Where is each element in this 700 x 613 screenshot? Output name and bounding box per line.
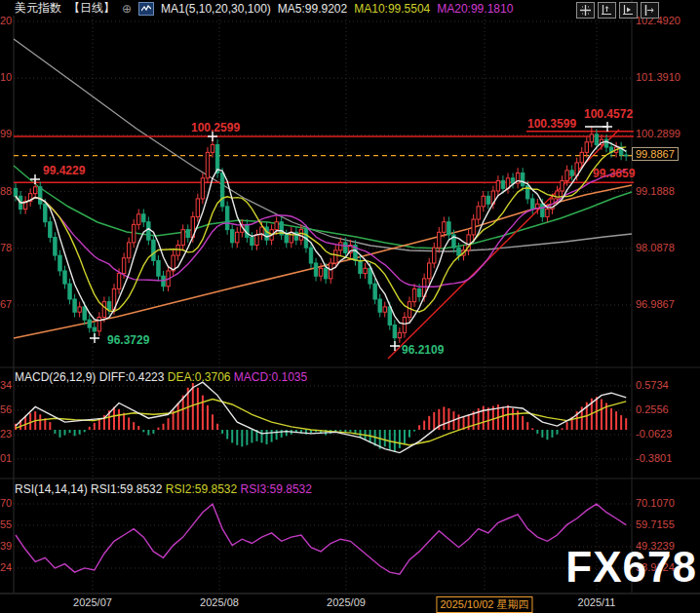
candle-body <box>417 288 420 296</box>
chart-canvas[interactable] <box>0 0 700 613</box>
crosshair-tool-icon[interactable] <box>576 2 595 19</box>
price-axis-left-stub: 88 <box>0 185 12 197</box>
candle-body <box>585 142 588 153</box>
candle-body <box>196 199 199 216</box>
candle-body <box>447 222 450 235</box>
rsi1-value: RSI1:59.8532 <box>91 482 162 496</box>
date-axis-label: 2025/07 <box>73 596 112 608</box>
rsi-axis-left-stub: 39 <box>0 540 12 552</box>
candle-body <box>359 260 362 273</box>
rsi-axis-left-stub: 70 <box>0 497 12 509</box>
price-axis-label: 96.9867 <box>636 298 675 310</box>
macd-dea-value: DEA:0.3706 <box>168 370 231 384</box>
rsi-axis-label: 59.7155 <box>636 518 675 530</box>
candle-body <box>83 307 86 320</box>
date-axis-label: 2025/11 <box>578 596 616 608</box>
axis-zoom-icon[interactable] <box>598 2 616 19</box>
candle-body <box>68 284 71 299</box>
candle-body <box>383 307 386 312</box>
rsi2-value: RSI2:59.8532 <box>166 482 237 496</box>
candle-body <box>39 187 42 204</box>
candle-body <box>102 302 105 318</box>
candle-body <box>570 171 573 175</box>
candle-body <box>595 134 598 145</box>
price-axis-label: 101.3910 <box>636 71 681 83</box>
candle-body <box>93 327 96 331</box>
price-axis-left-stub: 99 <box>0 128 12 139</box>
candle-body <box>334 250 337 263</box>
candle-body <box>251 238 253 246</box>
price-axis-label: 98.0878 <box>636 242 675 253</box>
candle-body <box>521 173 524 186</box>
candle-body <box>133 224 136 242</box>
candle-body <box>590 134 593 142</box>
trading-app: 美元指数 【日线】 ⊕ MA1(5,10,20,30,100) MA5:99.9… <box>0 0 700 613</box>
candle-body <box>142 214 145 222</box>
candle-body <box>54 238 57 255</box>
price-axis-label: 99.1888 <box>636 185 675 197</box>
candle-body <box>319 268 322 276</box>
candle-body <box>14 188 17 196</box>
price-extreme-label: 96.2109 <box>402 343 444 357</box>
candle-body <box>34 187 37 194</box>
ma10-value: MA10:99.5504 <box>354 2 430 16</box>
candle-body <box>477 207 480 219</box>
candle-body <box>565 171 568 181</box>
candle-body <box>403 318 406 333</box>
macd-axis-label: -0.3801 <box>636 452 672 464</box>
ma10-line <box>16 147 626 312</box>
candle-body <box>275 222 278 230</box>
price-axis-label: 100.2899 <box>636 128 681 139</box>
candle-body <box>625 155 628 156</box>
collapse-panel-icon[interactable] <box>641 2 659 19</box>
candle-body <box>496 180 499 191</box>
candle-body <box>73 299 76 312</box>
price-axis-left-stub: 10 <box>0 71 12 83</box>
ma100-line <box>14 39 632 251</box>
price-axis-left-stub: 78 <box>0 242 12 253</box>
candle-body <box>236 232 239 243</box>
price-extreme-label: 100.2599 <box>191 121 240 134</box>
candle-body <box>531 199 534 210</box>
macd-axis-label: 0.5734 <box>636 379 669 391</box>
date-axis-label: 2025/10/02 星期四 <box>436 596 532 613</box>
current-price-box: 99.8867 <box>632 147 679 161</box>
candle-body <box>44 204 47 221</box>
extreme-cross-marker <box>90 333 99 343</box>
candle-body <box>107 302 110 310</box>
rsi-line <box>16 504 626 574</box>
candle-body <box>428 263 431 279</box>
macd-axis-left-stub: 34 <box>0 379 12 391</box>
date-axis-label: 2025/09 <box>327 596 366 608</box>
candle-body <box>324 268 327 279</box>
macd-axis-left-stub: 23 <box>0 428 12 440</box>
chart-toolbar <box>576 2 659 19</box>
price-extreme-label: 100.3599 <box>527 117 576 131</box>
macd-diff-value: DIFF:0.4223 <box>99 370 165 384</box>
add-indicator-icon[interactable]: ⊕ <box>122 2 132 16</box>
candle-body <box>364 268 367 273</box>
candle-body <box>339 243 342 250</box>
candle-body <box>225 207 228 230</box>
price-axis-left-stub: 20 <box>0 15 12 26</box>
candle-body <box>181 230 184 246</box>
candle-body <box>561 180 564 191</box>
candle-body <box>88 320 91 327</box>
candle-body <box>472 219 475 235</box>
candle-body <box>157 260 160 276</box>
candle-body <box>393 325 396 337</box>
candle-body <box>58 255 61 271</box>
candle-body <box>97 318 100 331</box>
candle-body <box>206 152 209 177</box>
macd-dea-line <box>16 400 626 445</box>
candle-body <box>211 144 214 152</box>
macd-axis-label: 0.2556 <box>636 403 669 415</box>
candle-body <box>388 307 391 325</box>
candle-body <box>127 243 130 258</box>
date-axis-label: 2025/08 <box>200 596 239 608</box>
ma5-value: MA5:99.9202 <box>278 2 347 16</box>
axis-play-icon[interactable] <box>619 2 638 19</box>
chart-type-icon[interactable] <box>138 2 154 16</box>
rsi-axis-left-stub: 55 <box>0 518 12 530</box>
rsi-title: RSI(14,14,14) <box>15 482 88 496</box>
